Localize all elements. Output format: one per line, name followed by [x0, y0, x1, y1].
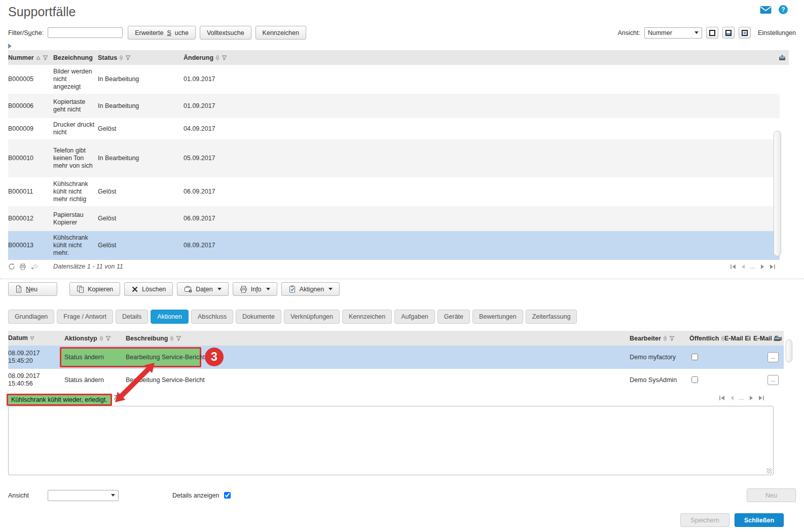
- column-header-oeffentlich[interactable]: Öffentlich: [689, 335, 724, 342]
- settings-link[interactable]: Einstellungen: [758, 29, 796, 36]
- details-anzeigen-checkbox[interactable]: [224, 492, 231, 499]
- prev-page-icon[interactable]: [730, 395, 734, 401]
- filter-icon[interactable]: [222, 55, 227, 60]
- annotation-note: Kühlschrank kühlt wieder, erledigt.: [7, 394, 112, 406]
- refresh-icon[interactable]: [8, 263, 15, 270]
- action-editor: Demo myfactory: [630, 351, 689, 364]
- print-icon[interactable]: [19, 263, 26, 270]
- next-page-icon[interactable]: [749, 395, 753, 401]
- info-menu-button[interactable]: Info: [233, 282, 277, 296]
- filter-icon[interactable]: [669, 336, 675, 341]
- sort-both-icon[interactable]: [119, 55, 123, 61]
- mail-icon[interactable]: [760, 6, 772, 14]
- table-row[interactable]: B000010 Telefon gibt keinen Ton mehr von…: [8, 139, 780, 177]
- tab-geraete[interactable]: Geräte: [437, 310, 470, 324]
- filter-icon[interactable]: [43, 55, 48, 60]
- new-action-button[interactable]: Neu: [747, 488, 796, 502]
- last-page-icon[interactable]: [770, 264, 776, 270]
- actions-menu-button[interactable]: Aktionen: [281, 282, 340, 296]
- first-page-icon[interactable]: [730, 264, 736, 270]
- last-page-icon[interactable]: [758, 395, 764, 401]
- tab-abschluss[interactable]: Abschluss: [191, 310, 233, 324]
- tab-dokumente[interactable]: Dokumente: [236, 310, 281, 324]
- table-row[interactable]: B000011 Kühlschrank kühlt nicht mehr ric…: [8, 177, 780, 206]
- action-editor: Demo SysAdmin: [630, 373, 689, 387]
- column-header-email-in[interactable]: E-Mail Ei: [724, 335, 753, 342]
- public-checkbox[interactable]: [691, 354, 698, 360]
- action-description: Bearbeitung Service-Bericht: [126, 351, 630, 364]
- view-select[interactable]: Nummer: [644, 27, 702, 39]
- row-menu-button[interactable]: ...: [768, 375, 779, 385]
- prev-page-icon[interactable]: [741, 264, 745, 270]
- column-header-datum[interactable]: Datum: [8, 334, 64, 342]
- ansicht-select[interactable]: [48, 490, 119, 501]
- sort-both-icon[interactable]: [215, 55, 220, 61]
- tab-bewertungen[interactable]: Bewertungen: [472, 310, 523, 324]
- sort-both-icon[interactable]: [663, 335, 667, 341]
- view-mode-list-button[interactable]: [706, 27, 718, 39]
- supportfaelle-page: Supportfälle ? Filter/Suche: Erweiterte …: [0, 0, 804, 532]
- cases-table-scrollbar[interactable]: [774, 131, 781, 256]
- first-page-icon[interactable]: [719, 395, 725, 401]
- sort-asc-icon[interactable]: [36, 56, 41, 60]
- table-row[interactable]: B000009 Drucker druckt nicht Gelöst 04.0…: [8, 118, 780, 139]
- tab-aktionen[interactable]: Aktionen: [151, 310, 189, 324]
- view-mode-split-button[interactable]: [722, 27, 735, 39]
- new-button[interactable]: Neu: [8, 282, 57, 296]
- next-page-icon[interactable]: [760, 264, 764, 270]
- extended-search-button[interactable]: Erweiterte Suche: [128, 26, 196, 40]
- column-header-nummer[interactable]: Nummer: [8, 54, 53, 61]
- delete-button[interactable]: Löschen: [124, 282, 173, 296]
- tab-zeiterfassung[interactable]: Zeiterfassung: [526, 310, 577, 324]
- save-button[interactable]: Speichern: [680, 513, 729, 527]
- close-button[interactable]: Schließen: [735, 513, 784, 527]
- case-name: Drucker druckt nicht: [53, 118, 98, 139]
- tab-kennzeichen[interactable]: Kennzeichen: [342, 310, 392, 324]
- sort-both-icon[interactable]: [99, 335, 103, 341]
- column-header-aenderung[interactable]: Änderung: [184, 54, 789, 61]
- resize-grip[interactable]: [766, 468, 772, 474]
- sort-desc-icon[interactable]: [30, 336, 34, 340]
- filter-expand[interactable]: [8, 43, 804, 50]
- tab-verknuepfungen[interactable]: Verknüpfungen: [284, 310, 340, 324]
- action-detail-textarea[interactable]: [8, 406, 774, 475]
- column-header-bearbeiter[interactable]: Bearbeiter: [630, 335, 689, 342]
- table-row[interactable]: B000012 Papierstau Kopierer Gelöst 06.09…: [8, 206, 780, 231]
- filter-icon[interactable]: [105, 336, 111, 341]
- data-menu-button[interactable]: Daten: [177, 282, 228, 296]
- kennzeichen-button[interactable]: Kennzeichen: [255, 26, 306, 40]
- divider: [0, 279, 804, 279]
- filter-search-input[interactable]: [48, 27, 123, 38]
- link-settings-icon[interactable]: [30, 263, 38, 270]
- table-row-selected[interactable]: B000013 Kühlschrank kühlt nicht mehr. Ge…: [8, 231, 780, 260]
- view-mode-detail-button[interactable]: [739, 27, 751, 39]
- column-config-icon[interactable]: [779, 54, 786, 61]
- filter-icon[interactable]: [125, 55, 131, 60]
- tab-aufgaben[interactable]: Aufgaben: [394, 310, 435, 324]
- tab-frage-antwort[interactable]: Frage / Antwort: [57, 310, 113, 324]
- actions-table-scrollbar[interactable]: [786, 339, 792, 362]
- column-config-icon[interactable]: [774, 335, 781, 341]
- table-row[interactable]: B000005 Bilder werden nicht angezeigt In…: [8, 65, 780, 94]
- tab-grundlagen[interactable]: Grundlagen: [8, 310, 54, 324]
- page-ellipsis: ...: [739, 394, 744, 401]
- copy-button[interactable]: Kopieren: [69, 282, 120, 296]
- tab-details[interactable]: Details: [116, 310, 148, 324]
- case-changed: 08.09.2017: [184, 239, 780, 252]
- help-icon[interactable]: ?: [779, 5, 788, 14]
- column-header-beschreibung[interactable]: Beschreibung: [126, 335, 630, 342]
- case-name: Telefon gibt keinen Ton mehr von sich: [53, 144, 98, 173]
- column-header-status[interactable]: Status: [98, 54, 184, 61]
- case-status: In Bearbeitung: [98, 72, 184, 86]
- sort-both-icon[interactable]: [170, 335, 174, 341]
- column-header-bezeichnung[interactable]: Bezeichnung: [53, 54, 98, 61]
- case-number: B000009: [8, 122, 53, 136]
- case-changed: 06.09.2017: [184, 185, 780, 199]
- list-view-icon: [709, 30, 715, 36]
- public-checkbox[interactable]: [691, 376, 698, 383]
- filter-icon[interactable]: [176, 336, 181, 341]
- fulltext-search-button[interactable]: Volltextsuche: [200, 26, 251, 40]
- row-menu-button[interactable]: ...: [768, 352, 779, 362]
- table-row[interactable]: B000006 Kopiertaste geht nicht In Bearbe…: [8, 94, 780, 118]
- column-header-aktionstyp[interactable]: Aktionstyp: [64, 335, 126, 342]
